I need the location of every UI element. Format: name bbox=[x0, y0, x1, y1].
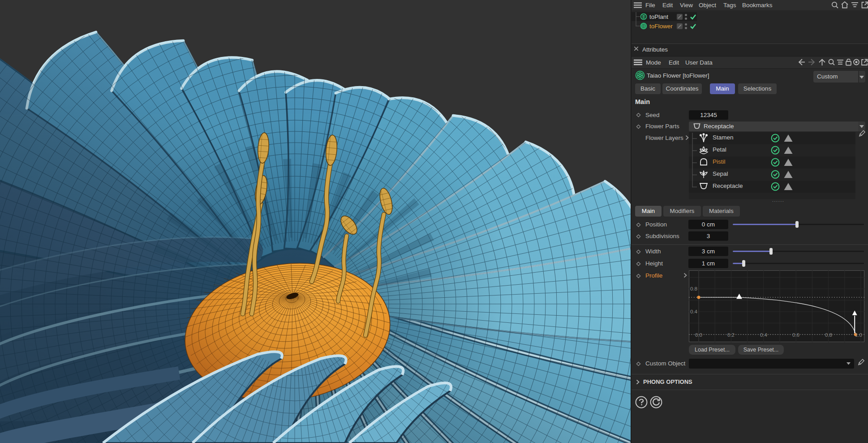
svg-text:0.8: 0.8 bbox=[825, 332, 832, 338]
svg-text:0.4: 0.4 bbox=[690, 309, 698, 314]
svg-text:0.0: 0.0 bbox=[695, 332, 702, 338]
svg-text:0.6: 0.6 bbox=[792, 332, 799, 338]
svg-text:0.2: 0.2 bbox=[727, 332, 735, 338]
svg-text:0.8: 0.8 bbox=[690, 286, 697, 291]
svg-text:1.0: 1.0 bbox=[855, 332, 862, 338]
svg-text:0.4: 0.4 bbox=[760, 332, 768, 338]
